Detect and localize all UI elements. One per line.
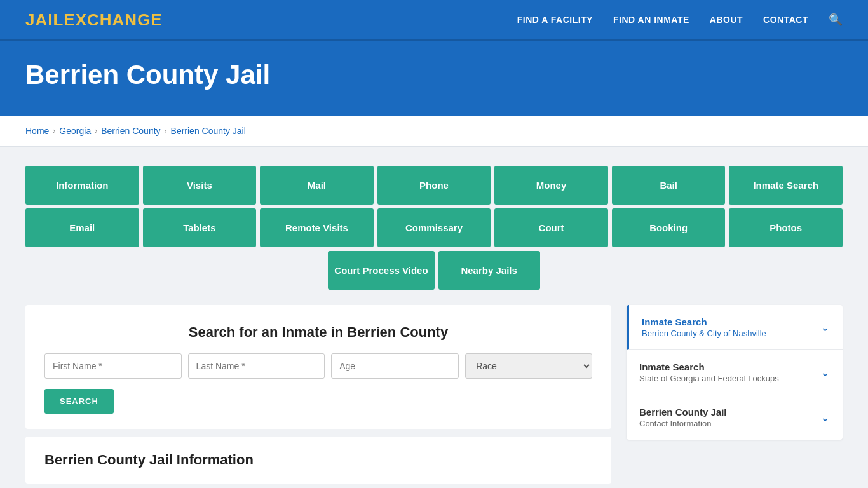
race-select[interactable]: Race White Black Hispanic Asian Other (465, 353, 592, 379)
sidebar-item-subtitle-1: Berrien County & City of Nashville (642, 329, 766, 338)
btn-commissary[interactable]: Commissary (377, 208, 491, 247)
btn-inmate-search[interactable]: Inmate Search (729, 166, 843, 205)
sidebar-item-contact-info[interactable]: Berrien County Jail Contact Information … (627, 395, 843, 440)
sidebar-item-subtitle-3: Contact Information (639, 419, 727, 428)
btn-information[interactable]: Information (25, 166, 139, 205)
button-row-2: Email Tablets Remote Visits Commissary C… (25, 208, 843, 247)
chevron-down-icon-1: ⌄ (820, 320, 830, 334)
btn-photos[interactable]: Photos (729, 208, 843, 247)
age-input[interactable] (331, 353, 459, 379)
btn-nearby-jails[interactable]: Nearby Jails (438, 251, 540, 290)
sidebar-item-title-2: Inmate Search (639, 362, 779, 372)
btn-remote-visits[interactable]: Remote Visits (260, 208, 374, 247)
sidebar-card: Inmate Search Berrien County & City of N… (627, 305, 843, 440)
logo-exchange: EXCHANGE (64, 10, 162, 29)
first-name-input[interactable] (44, 353, 182, 379)
sidebar: Inmate Search Berrien County & City of N… (627, 305, 843, 440)
btn-visits[interactable]: Visits (143, 166, 257, 205)
main-content: Information Visits Mail Phone Money Bail… (0, 147, 868, 488)
btn-email[interactable]: Email (25, 208, 139, 247)
sidebar-item-title-3: Berrien County Jail (639, 407, 727, 417)
search-button[interactable]: SEARCH (44, 389, 114, 414)
jail-info-section: Berrien County Jail Information (25, 437, 611, 484)
btn-money[interactable]: Money (494, 166, 608, 205)
jail-info-heading: Berrien County Jail Information (44, 452, 592, 468)
site-header: JAILEXCHANGE FIND A FACILITY FIND AN INM… (0, 0, 868, 41)
site-logo[interactable]: JAILEXCHANGE (25, 10, 163, 30)
main-nav: FIND A FACILITY FIND AN INMATE ABOUT CON… (517, 13, 843, 27)
nav-contact[interactable]: CONTACT (763, 15, 808, 25)
search-icon-button[interactable]: 🔍 (829, 13, 843, 27)
form-fields-row: Race White Black Hispanic Asian Other (44, 353, 592, 379)
page-title: Berrien County Jail (25, 60, 843, 90)
nav-find-facility[interactable]: FIND A FACILITY (517, 15, 593, 25)
sidebar-item-title-1: Inmate Search (642, 316, 766, 327)
logo-jail: JAIL (25, 10, 64, 29)
btn-court[interactable]: Court (494, 208, 608, 247)
breadcrumb-bar: Home › Georgia › Berrien County › Berrie… (0, 116, 868, 147)
left-column: Search for an Inmate in Berrien County R… (25, 305, 611, 484)
btn-booking[interactable]: Booking (612, 208, 726, 247)
btn-tablets[interactable]: Tablets (143, 208, 257, 247)
breadcrumb: Home › Georgia › Berrien County › Berrie… (25, 126, 843, 136)
breadcrumb-georgia[interactable]: Georgia (59, 126, 91, 136)
sidebar-item-berrien-nashville[interactable]: Inmate Search Berrien County & City of N… (627, 305, 843, 350)
button-row-1: Information Visits Mail Phone Money Bail… (25, 166, 843, 205)
btn-phone[interactable]: Phone (377, 166, 491, 205)
lower-section: Search for an Inmate in Berrien County R… (25, 305, 843, 484)
btn-bail[interactable]: Bail (612, 166, 726, 205)
hero-section: Berrien County Jail (0, 41, 868, 116)
sidebar-item-georgia-federal[interactable]: Inmate Search State of Georgia and Feder… (627, 350, 843, 395)
breadcrumb-current: Berrien County Jail (171, 126, 246, 136)
chevron-down-icon-2: ⌄ (820, 365, 830, 379)
button-row-3: Court Process Video Nearby Jails (25, 251, 843, 290)
search-form-title: Search for an Inmate in Berrien County (44, 324, 592, 341)
breadcrumb-berrien-county[interactable]: Berrien County (101, 126, 160, 136)
nav-about[interactable]: ABOUT (710, 15, 743, 25)
btn-mail[interactable]: Mail (260, 166, 374, 205)
inmate-search-form-card: Search for an Inmate in Berrien County R… (25, 305, 611, 429)
breadcrumb-sep-2: › (95, 126, 97, 135)
sidebar-item-subtitle-2: State of Georgia and Federal Lockups (639, 374, 779, 383)
breadcrumb-sep-3: › (165, 126, 167, 135)
btn-court-process-video[interactable]: Court Process Video (328, 251, 434, 290)
breadcrumb-sep-1: › (53, 126, 55, 135)
last-name-input[interactable] (188, 353, 325, 379)
breadcrumb-home[interactable]: Home (25, 126, 49, 136)
chevron-down-icon-3: ⌄ (820, 410, 830, 424)
nav-find-inmate[interactable]: FIND AN INMATE (613, 15, 689, 25)
